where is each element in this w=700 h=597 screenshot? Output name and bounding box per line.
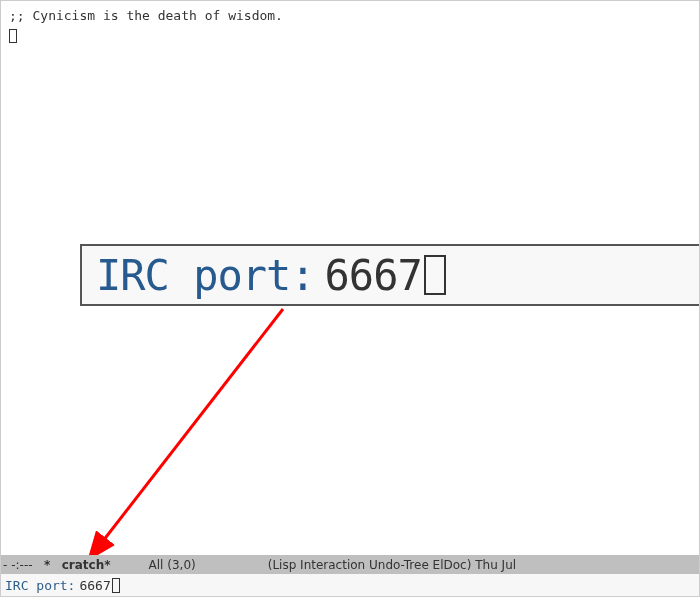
- minibuffer-input[interactable]: 6667: [79, 578, 110, 593]
- text-cursor: [9, 29, 17, 43]
- mode-line-buffer-prefix: *: [44, 558, 50, 572]
- mode-line-coding: -: [3, 558, 7, 572]
- svg-line-1: [89, 309, 283, 559]
- mode-line-position: All: [149, 558, 164, 572]
- mode-line-linecol: (3,0): [167, 558, 195, 572]
- mode-line-datetime: Thu Jul: [475, 558, 516, 572]
- mode-line-modified: -:---: [11, 558, 32, 572]
- mode-line: - -:--- * cratch* All (3,0) (Lisp Intera…: [1, 555, 699, 574]
- minibuffer-prompt: IRC port:: [5, 578, 75, 593]
- minibuffer-cursor: [112, 578, 120, 593]
- magnified-minibuffer: IRC port: 6667: [80, 244, 699, 306]
- scratch-buffer[interactable]: ;; Cynicism is the death of wisdom.: [1, 1, 699, 51]
- mode-line-buffer-name: cratch*: [62, 558, 111, 572]
- mode-line-modes: (Lisp Interaction Undo-Tree ElDoc): [268, 558, 472, 572]
- magnified-cursor: [424, 255, 446, 295]
- magnified-prompt: IRC port:: [96, 251, 315, 300]
- minibuffer[interactable]: IRC port: 6667: [1, 574, 699, 596]
- magnified-value: 6667: [325, 251, 422, 300]
- scratch-comment: ;; Cynicism is the death of wisdom.: [9, 8, 283, 23]
